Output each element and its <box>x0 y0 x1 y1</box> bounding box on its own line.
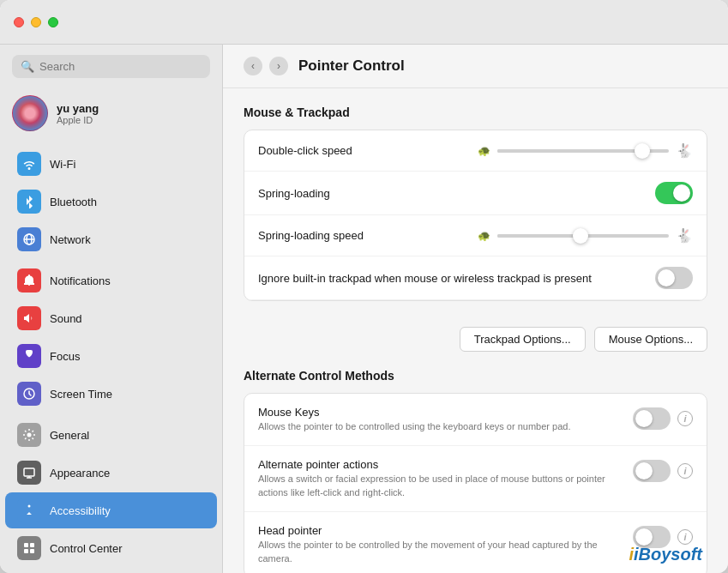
alternate-pointer-row: Alternate pointer actions Allows a switc… <box>244 446 707 512</box>
general-icon <box>17 423 41 447</box>
panel-content: Mouse & Trackpad Double-click speed 🐢 🐇 <box>223 88 728 573</box>
sidebar-item-label: Control Center <box>50 542 123 555</box>
svg-point-6 <box>28 505 31 508</box>
minimize-button[interactable] <box>31 17 41 27</box>
toggle-thumb-2 <box>658 269 675 286</box>
user-name: yu yang <box>57 102 99 115</box>
mouse-trackpad-card: Double-click speed 🐢 🐇 Spring-load <box>244 130 707 301</box>
network-icon <box>17 227 41 251</box>
double-click-speed-row: Double-click speed 🐢 🐇 <box>244 130 707 172</box>
head-pointer-label: Head pointer <box>258 524 619 537</box>
mouse-options-button[interactable]: Mouse Options... <box>594 327 707 352</box>
ignore-trackpad-toggle[interactable] <box>655 267 693 289</box>
sidebar-item-label: Notifications <box>50 274 111 287</box>
trackpad-options-button[interactable]: Trackpad Options... <box>460 327 586 352</box>
toggle-thumb-3 <box>635 410 653 427</box>
sidebar-item-label: Network <box>50 233 91 246</box>
main-panel: ‹ › Pointer Control Mouse & Trackpad Dou… <box>223 45 728 573</box>
spring-loading-speed-label: Spring-loading speed <box>258 229 476 242</box>
slow-icon-2: 🐢 <box>478 230 490 242</box>
spring-loading-speed-slider[interactable]: 🐢 🐇 <box>476 227 694 244</box>
svg-rect-10 <box>30 549 34 553</box>
title-bar <box>0 0 728 45</box>
sidebar-item-label: Screen Time <box>50 388 112 401</box>
slider-track-2[interactable] <box>497 234 669 238</box>
watermark: iiBoysoft <box>629 545 702 564</box>
sidebar-item-label: Appearance <box>50 467 110 480</box>
sidebar-item-siri[interactable]: Siri & Spotlight <box>5 568 217 573</box>
screentime-icon <box>17 382 41 406</box>
panel-header: ‹ › Pointer Control <box>223 45 728 88</box>
ignore-trackpad-row: Ignore built-in trackpad when mouse or w… <box>244 256 707 300</box>
svg-rect-9 <box>24 549 28 553</box>
controlcenter-icon <box>17 536 41 560</box>
sidebar-item-appearance[interactable]: Appearance <box>5 455 217 491</box>
mouse-trackpad-section-title: Mouse & Trackpad <box>244 106 707 119</box>
slider-track[interactable] <box>497 149 669 153</box>
close-button[interactable] <box>14 17 24 27</box>
traffic-lights <box>14 17 58 27</box>
spring-loading-label: Spring-loading <box>258 187 655 200</box>
sidebar-item-bluetooth[interactable]: Bluetooth <box>5 184 217 220</box>
sidebar-item-general[interactable]: General <box>5 417 217 453</box>
svg-rect-8 <box>30 543 34 547</box>
spring-loading-row: Spring-loading <box>244 172 707 215</box>
double-click-speed-label: Double-click speed <box>258 144 476 157</box>
user-profile[interactable]: yu yang Apple ID <box>0 88 222 142</box>
spring-loading-toggle[interactable] <box>655 182 693 204</box>
mouse-keys-label-wrap: Mouse Keys Allows the pointer to be cont… <box>258 406 619 433</box>
mouse-keys-toggle[interactable] <box>633 407 671 430</box>
maximize-button[interactable] <box>48 17 58 27</box>
focus-icon <box>17 344 41 368</box>
search-icon: 🔍 <box>21 60 34 73</box>
mouse-keys-label: Mouse Keys <box>258 406 619 419</box>
sidebar-item-controlcenter[interactable]: Control Center <box>5 530 217 566</box>
alternate-pointer-label: Alternate pointer actions <box>258 458 619 471</box>
sidebar-item-accessibility[interactable]: Accessibility <box>5 492 217 528</box>
search-input[interactable] <box>39 60 202 73</box>
sidebar-item-screentime[interactable]: Screen Time <box>5 376 217 412</box>
alternate-pointer-label-wrap: Alternate pointer actions Allows a switc… <box>258 458 619 499</box>
mouse-keys-info-icon[interactable]: i <box>677 411 693 426</box>
sidebar-item-label: Wi-Fi <box>50 158 75 171</box>
sidebar-item-sound[interactable]: Sound <box>5 300 217 336</box>
svg-point-4 <box>27 433 32 437</box>
notifications-icon <box>17 268 41 293</box>
double-click-speed-slider[interactable]: 🐢 🐇 <box>476 142 694 159</box>
spring-loading-speed-row: Spring-loading speed 🐢 🐇 <box>244 215 707 256</box>
svg-rect-5 <box>24 468 34 476</box>
sidebar-item-focus[interactable]: Focus <box>5 338 217 374</box>
main-window: 🔍 yu yang Apple ID <box>0 0 728 573</box>
appearance-icon <box>17 461 41 485</box>
head-pointer-info-icon[interactable]: i <box>677 529 693 545</box>
toggle-thumb-5 <box>635 528 653 546</box>
panel-title: Pointer Control <box>298 57 405 75</box>
user-info: yu yang Apple ID <box>57 102 99 125</box>
bluetooth-icon <box>17 190 41 214</box>
accessibility-icon <box>17 498 41 522</box>
mouse-keys-row: Mouse Keys Allows the pointer to be cont… <box>244 394 707 446</box>
alternate-pointer-toggle[interactable] <box>633 460 671 482</box>
alternate-pointer-info-icon[interactable]: i <box>677 463 693 479</box>
toggle-thumb <box>673 184 690 202</box>
content-area: 🔍 yu yang Apple ID <box>0 45 728 573</box>
sidebar-item-notifications[interactable]: Notifications <box>5 262 217 299</box>
sound-icon <box>17 306 41 330</box>
avatar <box>12 95 48 131</box>
search-box[interactable]: 🔍 <box>12 55 210 78</box>
mouse-keys-description: Allows the pointer to be controlled usin… <box>258 420 619 433</box>
fast-icon-2: 🐇 <box>676 227 693 244</box>
sidebar-item-label: Focus <box>50 350 80 363</box>
head-pointer-label-wrap: Head pointer Allows the pointer to be co… <box>258 524 619 565</box>
user-subtitle: Apple ID <box>57 115 99 125</box>
sidebar-item-network[interactable]: Network <box>5 221 217 257</box>
sidebar-item-label: Bluetooth <box>50 196 97 208</box>
sidebar-item-label: Sound <box>50 312 82 325</box>
alternate-methods-title: Alternate Control Methods <box>244 369 707 383</box>
sidebar-item-wifi[interactable]: Wi-Fi <box>5 146 217 182</box>
fast-icon: 🐇 <box>676 142 693 159</box>
svg-rect-7 <box>24 543 28 547</box>
forward-button[interactable]: › <box>269 57 288 75</box>
sidebar: 🔍 yu yang Apple ID <box>0 45 223 573</box>
back-button[interactable]: ‹ <box>244 57 262 75</box>
